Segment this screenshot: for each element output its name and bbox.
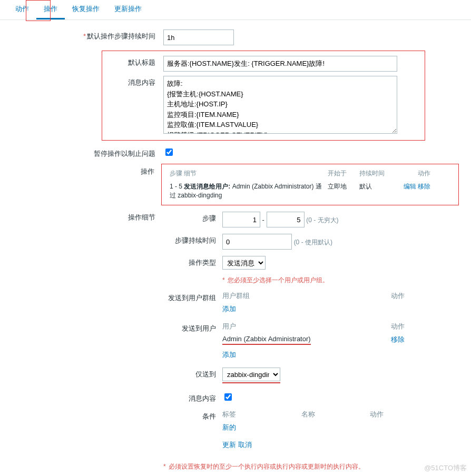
detail-cancel-link[interactable]: 取消 xyxy=(238,441,252,449)
msg-content-checkbox[interactable] xyxy=(224,393,232,401)
step-to-input[interactable] xyxy=(267,212,305,227)
add-user-link[interactable]: 添加 xyxy=(222,350,236,360)
op-type-select[interactable]: 发送消息 xyxy=(222,256,266,270)
default-step-duration-label: *默认操作步骤持续时间 xyxy=(13,29,163,41)
add-group-link[interactable]: 添加 xyxy=(222,304,236,314)
operations-table: 步骤 细节 开始于 持续时间 动作 1 - 5 发送消息给用户: Admin (… xyxy=(166,167,456,202)
default-subject-label: 默认标题 xyxy=(103,56,163,67)
step-duration-label: 步骤持续时间 xyxy=(163,234,222,245)
pause-label: 暂停操作以制止问题 xyxy=(13,147,163,158)
detail-update-link[interactable]: 更新 xyxy=(222,441,236,449)
tab-action[interactable]: 动作 xyxy=(8,0,36,19)
user-groups-table: 用户群组动作 添加 xyxy=(222,291,423,315)
tab-update[interactable]: 更新操作 xyxy=(107,0,149,19)
users-table: 用户动作 Admin (Zabbix Administrator)移除 添加 xyxy=(222,322,423,361)
recovery-warning: * 必须设置恢复时的至少一个执行内容或执行内容或更新时的执行内容。 xyxy=(163,462,458,471)
conditions-label: 条件 xyxy=(163,410,222,421)
step-from-input[interactable] xyxy=(222,212,260,227)
user-required-warning: * 您必须至少选择一个用户或用户组。 xyxy=(222,276,329,285)
operation-row: 1 - 5 发送消息给用户: Admin (Zabbix Administrat… xyxy=(166,180,456,202)
tab-bar: 动作 操作 恢复操作 更新操作 xyxy=(0,0,471,20)
conditions-table: 标签名称动作 新的 xyxy=(222,410,423,434)
op-details-label: 操作细节 xyxy=(13,211,163,222)
watermark: @51CTO博客 xyxy=(424,463,467,473)
send-only-to-label: 仅送到 xyxy=(163,368,222,379)
user-entry: Admin (Zabbix Administrator) xyxy=(222,335,311,345)
steps-label: 步骤 xyxy=(163,212,222,223)
send-only-to-select[interactable]: zabbix-dingding xyxy=(222,368,280,381)
op-edit-link[interactable]: 编辑 xyxy=(404,183,416,190)
tab-recovery[interactable]: 恢复操作 xyxy=(65,0,107,19)
new-condition-link[interactable]: 新的 xyxy=(222,423,236,432)
pause-checkbox[interactable] xyxy=(165,148,173,156)
remove-user-link[interactable]: 移除 xyxy=(391,335,405,343)
default-subject-input[interactable] xyxy=(163,56,397,72)
send-to-groups-label: 发送到用户群组 xyxy=(163,291,222,303)
default-step-duration-input[interactable] xyxy=(163,29,234,45)
send-to-users-label: 发送到用户 xyxy=(163,322,222,333)
operations-label: 操作 xyxy=(13,165,162,176)
op-remove-link[interactable]: 移除 xyxy=(418,183,430,190)
msg-content-label: 消息内容 xyxy=(163,392,222,403)
message-content-textarea[interactable] xyxy=(163,76,397,134)
message-content-label: 消息内容 xyxy=(103,76,163,87)
step-duration-input[interactable] xyxy=(222,234,292,250)
tab-operations[interactable]: 操作 xyxy=(36,0,65,19)
op-type-label: 操作类型 xyxy=(163,256,222,267)
